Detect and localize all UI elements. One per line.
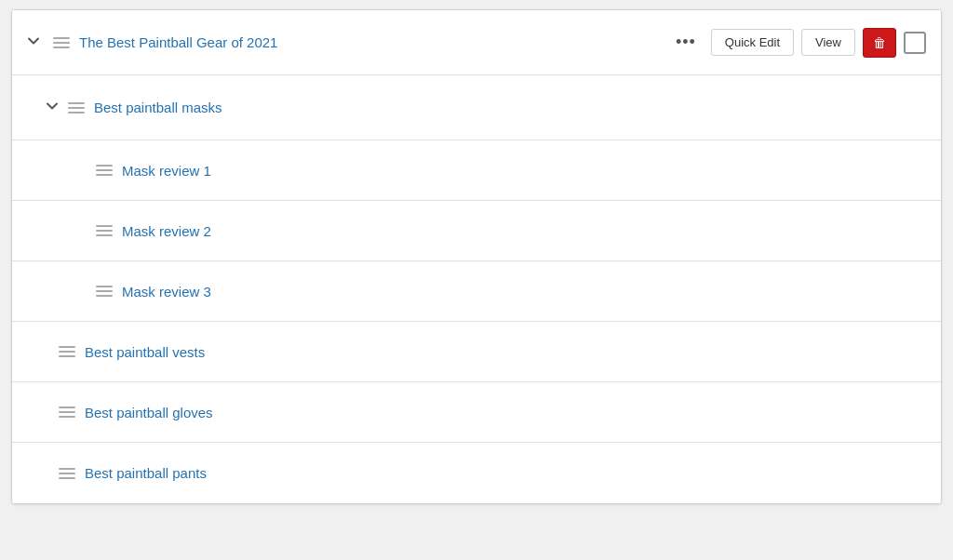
list-row: Mask review 2 bbox=[12, 201, 941, 261]
top-row: The Best Paintball Gear of 2021 ••• Quic… bbox=[12, 10, 941, 75]
view-button[interactable]: View bbox=[801, 29, 855, 56]
list-item-title[interactable]: Mask review 1 bbox=[122, 163, 926, 179]
collapse-icon[interactable] bbox=[27, 34, 44, 51]
list-item-title[interactable]: Mask review 3 bbox=[122, 284, 926, 300]
list-item-title[interactable]: Best paintball pants bbox=[85, 465, 926, 481]
list-item-title[interactable]: Best paintball vests bbox=[85, 344, 926, 360]
sub-section-title[interactable]: Best paintball masks bbox=[94, 100, 926, 115]
row-checkbox[interactable] bbox=[904, 32, 926, 54]
drag-handle-icon[interactable] bbox=[96, 165, 113, 176]
drag-handle-icon[interactable] bbox=[53, 37, 70, 48]
top-actions: ••• Quick Edit View 🗑 bbox=[668, 28, 926, 58]
section-collapse-icon[interactable] bbox=[46, 100, 59, 116]
rows-container: Best paintball masksMask review 1Mask re… bbox=[12, 75, 941, 503]
list-row: Mask review 1 bbox=[12, 140, 941, 201]
drag-handle-icon[interactable] bbox=[96, 286, 113, 297]
drag-handle-icon[interactable] bbox=[96, 225, 113, 236]
list-row: Best paintball vests bbox=[12, 322, 941, 382]
more-button[interactable]: ••• bbox=[668, 29, 704, 56]
page-list-container: The Best Paintball Gear of 2021 ••• Quic… bbox=[11, 9, 942, 504]
drag-handle-icon[interactable] bbox=[59, 407, 75, 418]
list-item-title[interactable]: Best paintball gloves bbox=[85, 405, 926, 420]
sub-section-row: Best paintball masks bbox=[12, 75, 941, 140]
drag-handle-icon[interactable] bbox=[59, 468, 75, 479]
top-row-title[interactable]: The Best Paintball Gear of 2021 bbox=[79, 34, 659, 50]
drag-handle-icon[interactable] bbox=[59, 346, 75, 357]
trash-icon: 🗑 bbox=[873, 35, 886, 50]
quick-edit-button[interactable]: Quick Edit bbox=[711, 29, 794, 56]
list-row: Best paintball gloves bbox=[12, 382, 941, 443]
list-row: Mask review 3 bbox=[12, 261, 941, 322]
list-row: Best paintball pants bbox=[12, 443, 941, 503]
delete-button[interactable]: 🗑 bbox=[863, 28, 896, 58]
drag-handle-icon[interactable] bbox=[68, 102, 85, 113]
list-item-title[interactable]: Mask review 2 bbox=[122, 223, 926, 239]
